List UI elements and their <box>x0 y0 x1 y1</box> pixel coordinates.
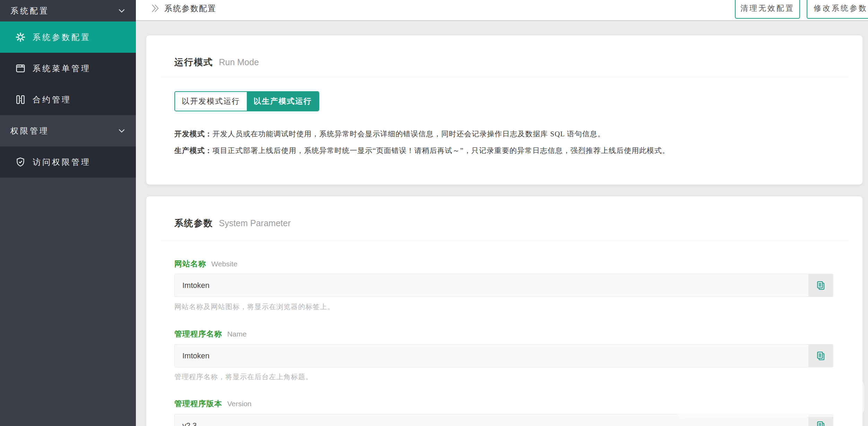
prod-mode-description-text: 项目正式部署上线后使用，系统异常时统一显示“页面错误！请稍后再试～”，只记录重要… <box>212 146 670 155</box>
contract-icon <box>15 94 26 105</box>
admin-app: 系统配置 系统参数配置 <box>0 0 868 426</box>
field-label-en: Version <box>227 400 251 408</box>
version-field-label: 管理程序版本 Version <box>174 399 252 409</box>
field-label-zh: 网站名称 <box>174 259 206 268</box>
sidebar: 系统配置 系统参数配置 <box>0 0 136 426</box>
admin-name-hint: 管理程序名称，将显示在后台左上角标题。 <box>174 372 313 382</box>
admin-name-copy-button[interactable] <box>808 344 833 367</box>
sidebar-item-system-parameter-config[interactable]: 系统参数配置 <box>0 22 136 53</box>
sidebar-group-label: 系统配置 <box>10 0 49 22</box>
sidebar-item-label: 合约管理 <box>33 84 71 115</box>
field-label-en: Name <box>227 330 246 338</box>
card-title-zh: 运行模式 <box>174 57 213 67</box>
run-dev-mode-button[interactable]: 以开发模式运行 <box>175 92 247 111</box>
card-title-en: System Parameter <box>219 218 290 228</box>
website-input[interactable] <box>174 274 808 297</box>
run-mode-card: 运行模式 Run Mode 以开发模式运行 以生产模式运行 开发模式：开发人员或… <box>146 35 862 185</box>
admin-name-field-label: 管理程序名称 Name <box>174 329 246 339</box>
dev-mode-description: 开发模式：开发人员或在功能调试时使用，系统异常时会显示详细的错误信息，同时还会记… <box>174 128 605 139</box>
divider <box>160 77 849 77</box>
field-label-zh: 管理程序版本 <box>174 399 222 408</box>
system-parameter-card: 系统参数 System Parameter 网站名称 Website 网站名称及… <box>146 196 862 426</box>
sidebar-item-contract-management[interactable]: 合约管理 <box>0 84 136 115</box>
dev-mode-description-label: 开发模式： <box>174 130 212 138</box>
shield-check-icon <box>15 157 26 167</box>
sidebar-item-label: 系统菜单管理 <box>33 53 91 84</box>
system-parameter-card-title: 系统参数 System Parameter <box>174 216 290 230</box>
website-hint: 网站名称及网站图标，将显示在浏览器的标签上。 <box>174 302 335 312</box>
topbar: 系统参数配置 清理无效配置 修改系统参数 <box>136 0 868 21</box>
modify-system-parameter-button[interactable]: 修改系统参数 <box>807 0 868 19</box>
divider <box>160 241 849 241</box>
card-title-zh: 系统参数 <box>174 218 213 228</box>
copy-icon <box>815 350 826 361</box>
prod-mode-description: 生产模式：项目正式部署上线后使用，系统异常时统一显示“页面错误！请稍后再试～”，… <box>174 145 670 156</box>
chevron-down-icon <box>117 6 126 15</box>
clean-invalid-config-button[interactable]: 清理无效配置 <box>735 0 800 19</box>
sidebar-item-access-permission[interactable]: 访问权限管理 <box>0 146 136 178</box>
sidebar-item-system-menu[interactable]: 系统菜单管理 <box>0 53 136 84</box>
breadcrumb: 系统参数配置 <box>164 3 216 14</box>
prod-mode-description-label: 生产模式： <box>174 146 212 155</box>
field-label-en: Website <box>211 260 237 268</box>
watermark-overlay <box>675 378 864 417</box>
website-field-label: 网站名称 Website <box>174 259 237 269</box>
window-icon <box>15 63 26 74</box>
chevron-down-icon <box>117 126 126 135</box>
card-title-en: Run Mode <box>219 57 259 67</box>
website-copy-button[interactable] <box>808 274 833 297</box>
breadcrumb-chevrons-icon <box>150 3 160 14</box>
admin-name-input[interactable] <box>174 344 808 367</box>
copy-icon <box>815 420 826 426</box>
run-prod-mode-button[interactable]: 以生产模式运行 <box>247 92 319 111</box>
dev-mode-description-text: 开发人员或在功能调试时使用，系统异常时会显示详细的错误信息，同时还会记录操作日志… <box>212 130 605 138</box>
sidebar-group-permission[interactable]: 权限管理 <box>0 115 136 146</box>
sidebar-item-label: 系统参数配置 <box>33 22 91 53</box>
copy-icon <box>815 280 826 291</box>
gear-icon <box>15 32 26 42</box>
run-mode-toggle: 以开发模式运行 以生产模式运行 <box>174 91 319 111</box>
sidebar-item-label: 访问权限管理 <box>33 146 91 178</box>
run-mode-card-title: 运行模式 Run Mode <box>174 56 259 69</box>
field-label-zh: 管理程序名称 <box>174 330 222 338</box>
sidebar-group-system-config[interactable]: 系统配置 <box>0 0 136 22</box>
sidebar-group-label: 权限管理 <box>10 115 49 146</box>
